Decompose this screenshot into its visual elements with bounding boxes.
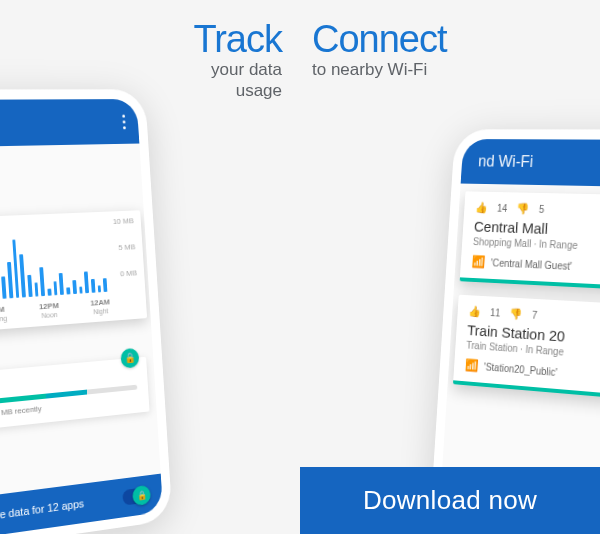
thumb-up-icon[interactable]: 👍 bbox=[475, 201, 489, 214]
headline-sub: your data usage bbox=[193, 59, 282, 102]
app-topbar: a bbox=[0, 99, 139, 148]
phone-mockup-left: a 20MB Mobile data used 10 MB5 MB0 MB Ye… bbox=[0, 89, 173, 534]
app-topbar: nd Wi-Fi bbox=[461, 139, 600, 188]
blocking-text: Blocking mobile data for 12 apps bbox=[0, 497, 84, 530]
thumb-down-icon[interactable]: 👎 bbox=[509, 307, 523, 321]
download-now-button[interactable]: Download now bbox=[300, 467, 600, 534]
headline-big: Track bbox=[193, 18, 282, 61]
thumb-up-icon[interactable]: 👍 bbox=[468, 305, 481, 318]
app-usage-card[interactable]: 🔒 Video App 7 MB used today · 2 MB recen… bbox=[0, 357, 150, 437]
headline-connect: Connect to nearby Wi-Fi bbox=[312, 18, 447, 80]
wifi-card[interactable]: 👍14 👎5Central MallShopping Mall · In Ran… bbox=[460, 191, 600, 293]
more-icon[interactable] bbox=[122, 114, 126, 129]
wifi-ssid: 📶'Central Mall Guest' bbox=[471, 255, 600, 279]
usage-chart-card: 10 MB5 MB0 MB Yesterday 12AMMorning 12PM… bbox=[0, 210, 147, 336]
wifi-icon: 📶 bbox=[465, 358, 479, 373]
wifi-subtitle: Shopping Mall · In Range bbox=[473, 236, 600, 255]
lock-icon: 🔒 bbox=[120, 348, 139, 369]
headline-big: Connect bbox=[312, 18, 447, 61]
topbar-title: nd Wi-Fi bbox=[478, 153, 534, 171]
headline-track: Track your data usage bbox=[193, 18, 282, 102]
thumb-down-icon[interactable]: 👎 bbox=[516, 202, 530, 215]
blocking-toggle[interactable]: 🔒 bbox=[122, 487, 150, 506]
headline-sub: to nearby Wi-Fi bbox=[312, 59, 447, 80]
y-axis-labels: 10 MB5 MB0 MB bbox=[112, 216, 137, 278]
wifi-votes: 👍14 👎5 bbox=[475, 201, 600, 220]
wifi-icon: 📶 bbox=[471, 255, 485, 269]
blocking-bar[interactable]: Blocking mobile data for 12 apps 🔒 bbox=[0, 474, 163, 534]
wifi-card[interactable]: 👍11 👎7Train Station 20Train Station · In… bbox=[453, 295, 600, 405]
wifi-ssid: 📶'Station20_Public' bbox=[465, 358, 600, 389]
